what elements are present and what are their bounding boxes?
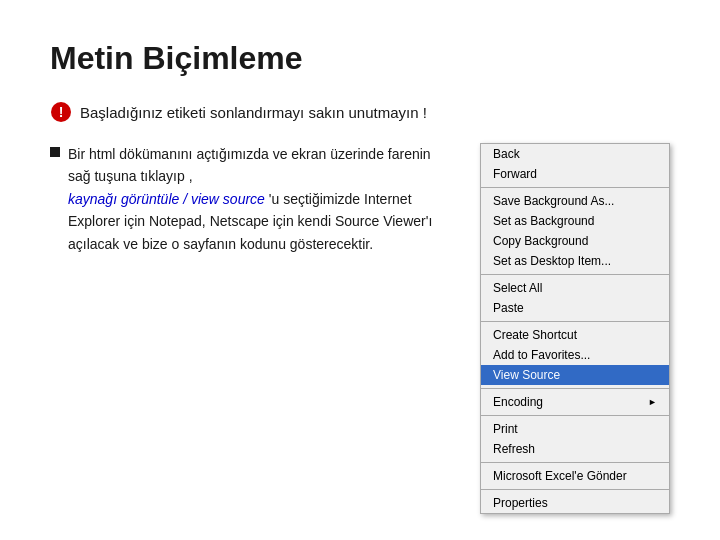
context-menu: BackForwardSave Background As...Set as B… bbox=[480, 143, 670, 514]
view-source-link[interactable]: kaynağı görüntüle / view source bbox=[68, 191, 265, 207]
warning-text: Başladığınız etiketi sonlandırmayı sakın… bbox=[80, 104, 427, 121]
bullet-block: Bir html dökümanını açtığımızda ve ekran… bbox=[50, 143, 450, 255]
menu-separator bbox=[481, 415, 669, 416]
menu-item[interactable]: Encoding► bbox=[481, 392, 669, 412]
bullet-square bbox=[50, 147, 60, 157]
svg-text:!: ! bbox=[59, 104, 64, 120]
menu-item[interactable]: View Source bbox=[481, 365, 669, 385]
menu-separator bbox=[481, 489, 669, 490]
menu-item[interactable]: Microsoft Excel'e Gönder bbox=[481, 466, 669, 486]
menu-item[interactable]: Copy Background bbox=[481, 231, 669, 251]
menu-item[interactable]: Set as Desktop Item... bbox=[481, 251, 669, 271]
bullet-text-part1: Bir html dökümanını açtığımızda ve ekran… bbox=[68, 146, 431, 184]
menu-item[interactable]: Create Shortcut bbox=[481, 325, 669, 345]
menu-item[interactable]: Paste bbox=[481, 298, 669, 318]
warning-icon: ! bbox=[50, 101, 72, 123]
slide-title: Metin Biçimleme bbox=[50, 40, 670, 77]
menu-item[interactable]: Add to Favorites... bbox=[481, 345, 669, 365]
menu-item[interactable]: Select All bbox=[481, 278, 669, 298]
bullet-item: Bir html dökümanını açtığımızda ve ekran… bbox=[50, 143, 450, 255]
menu-separator bbox=[481, 388, 669, 389]
warning-row: ! Başladığınız etiketi sonlandırmayı sak… bbox=[50, 101, 670, 123]
menu-item[interactable]: Forward bbox=[481, 164, 669, 184]
menu-separator bbox=[481, 187, 669, 188]
menu-separator bbox=[481, 274, 669, 275]
menu-item[interactable]: Back bbox=[481, 144, 669, 164]
slide-container: Metin Biçimleme ! Başladığınız etiketi s… bbox=[0, 0, 720, 540]
bullet-text: Bir html dökümanını açtığımızda ve ekran… bbox=[68, 143, 450, 255]
menu-item[interactable]: Refresh bbox=[481, 439, 669, 459]
menu-item[interactable]: Properties bbox=[481, 493, 669, 513]
menu-item[interactable]: Save Background As... bbox=[481, 191, 669, 211]
menu-item[interactable]: Print bbox=[481, 419, 669, 439]
content-row: Bir html dökümanını açtığımızda ve ekran… bbox=[50, 143, 670, 514]
menu-item[interactable]: Set as Background bbox=[481, 211, 669, 231]
menu-separator bbox=[481, 462, 669, 463]
menu-separator bbox=[481, 321, 669, 322]
